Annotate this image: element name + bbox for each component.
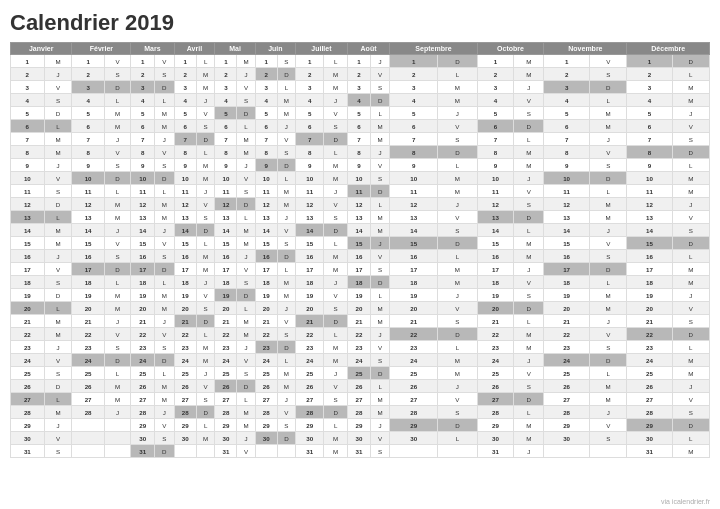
day-number: 29 <box>627 419 672 432</box>
day-letter: S <box>672 315 709 328</box>
day-number: 23 <box>390 341 438 354</box>
day-letter: J <box>237 68 255 81</box>
day-number: 14 <box>544 224 590 237</box>
day-number: 9 <box>131 159 155 172</box>
day-number: 9 <box>174 159 196 172</box>
day-number: 5 <box>544 107 590 120</box>
day-number: 23 <box>131 341 155 354</box>
day-number: 15 <box>477 237 514 250</box>
day-number: 7 <box>477 133 514 146</box>
day-letter: L <box>196 237 214 250</box>
day-letter: S <box>371 354 390 367</box>
day-letter: S <box>44 367 72 380</box>
day-number: 24 <box>477 354 514 367</box>
day-letter: L <box>371 107 390 120</box>
day-letter: V <box>672 302 709 315</box>
day-number: 24 <box>627 354 672 367</box>
day-letter: V <box>237 263 255 276</box>
day-number: 30 <box>390 432 438 445</box>
day-number: 29 <box>544 419 590 432</box>
day-number: 19 <box>72 289 104 302</box>
table-row: 23J23S23S23M23J23D23M23V23L23M23S23L <box>11 341 710 354</box>
day-letter: M <box>514 250 544 263</box>
day-number: 7 <box>347 133 370 146</box>
day-number: 21 <box>477 315 514 328</box>
day-number: 1 <box>347 55 370 68</box>
col-header-juin: Juin <box>255 43 295 55</box>
day-letter: V <box>371 68 390 81</box>
day-letter: M <box>104 107 131 120</box>
table-row: 5D5M5M5V5D5M5V5L5J5S5M5J <box>11 107 710 120</box>
day-letter: D <box>514 302 544 315</box>
day-number: 11 <box>544 185 590 198</box>
day-number: 8 <box>390 146 438 159</box>
col-header-mars: Mars <box>131 43 174 55</box>
day-number: 26 <box>295 380 323 393</box>
day-letter: J <box>44 419 72 432</box>
day-letter: L <box>196 55 214 68</box>
day-letter: M <box>324 250 347 263</box>
day-number <box>72 419 104 432</box>
day-letter: V <box>438 211 478 224</box>
day-letter: J <box>371 146 390 159</box>
day-letter: M <box>277 185 295 198</box>
day-number: 13 <box>255 211 277 224</box>
day-letter: L <box>44 302 72 315</box>
day-letter: S <box>371 81 390 94</box>
day-number: 2 <box>477 68 514 81</box>
day-letter: L <box>155 367 175 380</box>
day-number: 8 <box>72 146 104 159</box>
day-letter: M <box>672 263 709 276</box>
day-letter: M <box>371 302 390 315</box>
col-header-avril: Avril <box>174 43 215 55</box>
day-number: 25 <box>295 367 323 380</box>
page: Calendrier 2019 Janvier Février Mars Avr… <box>0 0 720 509</box>
day-number: 27 <box>295 393 323 406</box>
day-number: 18 <box>72 276 104 289</box>
day-number: 22 <box>255 328 277 341</box>
day-letter: V <box>371 341 390 354</box>
day-number: 31 <box>131 445 155 458</box>
day-number: 17 <box>544 263 590 276</box>
day-number: 25 <box>627 367 672 380</box>
day-number: 4 <box>347 94 370 107</box>
day-number: 4 <box>11 94 45 107</box>
day-number: 5 <box>215 107 237 120</box>
day-letter: M <box>155 107 175 120</box>
day-letter: L <box>672 432 709 445</box>
day-letter: J <box>277 120 295 133</box>
day-number: 31 <box>347 445 370 458</box>
day-letter: M <box>237 237 255 250</box>
day-letter: M <box>672 367 709 380</box>
day-number: 27 <box>347 393 370 406</box>
day-letter: M <box>514 159 544 172</box>
day-letter: S <box>237 276 255 289</box>
day-letter: S <box>155 68 175 81</box>
day-number: 4 <box>477 94 514 107</box>
day-number: 3 <box>477 81 514 94</box>
day-number: 1 <box>390 55 438 68</box>
day-letter: J <box>438 289 478 302</box>
day-letter <box>196 445 214 458</box>
day-letter: L <box>438 341 478 354</box>
day-letter: S <box>155 250 175 263</box>
day-number: 13 <box>295 211 323 224</box>
day-letter: M <box>196 354 214 367</box>
day-number: 23 <box>255 341 277 354</box>
day-number: 26 <box>390 380 438 393</box>
day-letter: V <box>371 432 390 445</box>
day-letter <box>438 445 478 458</box>
table-row: 11S11L11L11J11S11M11J11D11M11V11L11M <box>11 185 710 198</box>
day-letter: L <box>672 159 709 172</box>
day-number: 19 <box>11 289 45 302</box>
day-letter: D <box>277 250 295 263</box>
day-letter: V <box>155 328 175 341</box>
day-number: 26 <box>11 380 45 393</box>
day-number: 19 <box>544 289 590 302</box>
day-number: 17 <box>347 263 370 276</box>
day-letter: D <box>237 380 255 393</box>
day-letter: V <box>324 380 347 393</box>
day-number: 26 <box>477 380 514 393</box>
day-letter: J <box>589 133 627 146</box>
day-letter: J <box>371 55 390 68</box>
